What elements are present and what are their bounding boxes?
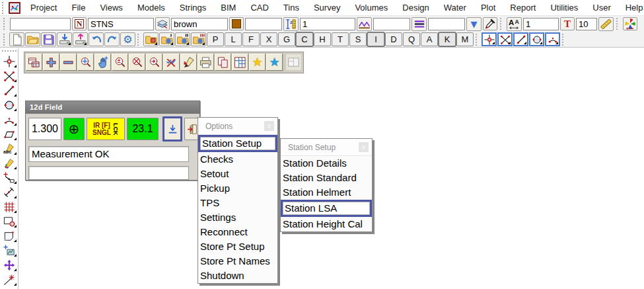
create-intersection-button[interactable]	[1, 69, 18, 83]
colour-input[interactable]	[171, 18, 228, 30]
options-button[interactable]	[162, 116, 182, 142]
target-height-button[interactable]: 1.300	[28, 118, 61, 140]
measure-button[interactable]	[1, 185, 18, 200]
options-close-button[interactable]: x	[264, 121, 274, 131]
toolbar3-grip[interactable]	[3, 34, 7, 46]
menu-item-store-pt-names[interactable]: Store Pt Names	[198, 254, 277, 268]
new-file-button[interactable]	[9, 32, 24, 46]
point-snap-toggle[interactable]	[482, 32, 497, 46]
draw-mode-button[interactable]	[180, 54, 197, 71]
zoom-mode-button[interactable]: ±	[112, 54, 128, 71]
letter-button-x[interactable]: X	[260, 32, 277, 46]
zoom-centre-button[interactable]	[129, 54, 145, 71]
settings-button[interactable]: ⚙	[120, 32, 135, 46]
toolbar2-grip[interactable]	[3, 18, 7, 30]
menu-plot[interactable]: Plot	[474, 0, 503, 16]
menu-item-checks[interactable]: Checks	[198, 152, 277, 167]
z-height-button[interactable]: z	[283, 17, 299, 31]
view-grid-button[interactable]	[232, 54, 248, 71]
entry-field[interactable]	[28, 166, 189, 180]
menu-item-station-helmert[interactable]: Station Helmert	[281, 185, 372, 200]
menu-item-pickup[interactable]: Pickup	[198, 181, 277, 196]
create-arc-button[interactable]	[1, 112, 18, 127]
menu-cad[interactable]: CAD	[243, 0, 275, 16]
menu-file[interactable]: File	[64, 0, 92, 16]
create-rectangle-button[interactable]	[1, 127, 18, 142]
textstyle-mode-button[interactable]: A A	[507, 17, 522, 31]
paste-point-button[interactable]	[1, 171, 18, 185]
view-save-button[interactable]	[26, 54, 42, 71]
menu-item-settings[interactable]: Settings	[198, 210, 277, 225]
menu-water[interactable]: Water	[437, 0, 474, 16]
insert-image-button[interactable]	[1, 243, 18, 258]
menu-item-reconnect[interactable]: Reconnect	[198, 225, 277, 239]
menu-project[interactable]: Project	[23, 0, 64, 16]
letter-button-l[interactable]: L	[225, 32, 242, 46]
menu-item-station-details[interactable]: Station Details	[281, 156, 372, 171]
cad-text-input[interactable]	[10, 18, 71, 30]
menu-item-tps[interactable]: TPS	[198, 196, 277, 210]
run-macro-2-button[interactable]	[175, 32, 190, 46]
menu-models[interactable]: Models	[130, 0, 172, 16]
menu-item-station-setup[interactable]: Station Setup	[198, 135, 277, 152]
redo-button[interactable]	[104, 32, 120, 46]
menu-tins[interactable]: Tins	[276, 0, 306, 16]
letter-button-m[interactable]: M	[456, 32, 474, 46]
menu-views[interactable]: Views	[92, 0, 129, 16]
project-models-button[interactable]	[143, 32, 159, 46]
letter-button-d[interactable]: D	[385, 32, 402, 46]
dropdown-button[interactable]: ▼	[466, 17, 482, 31]
height-input[interactable]	[245, 18, 282, 30]
colour-swatch-button[interactable]	[229, 17, 244, 30]
run-macro-1-button[interactable]	[159, 32, 174, 46]
eyedropper-button[interactable]	[483, 17, 497, 30]
arc-snap-toggle[interactable]	[545, 32, 560, 46]
model-chooser-button[interactable]	[155, 17, 170, 30]
options-menu-titlebar[interactable]: Options x	[198, 118, 277, 135]
linestyle-input[interactable]	[373, 18, 410, 30]
symbol-button[interactable]	[623, 17, 637, 30]
station-menu-titlebar[interactable]: Station Setup x	[281, 139, 372, 156]
fit-view-button[interactable]	[77, 54, 94, 71]
menubar-grip[interactable]	[2, 2, 5, 14]
circle-snap-toggle[interactable]	[529, 32, 544, 46]
model-name-input[interactable]	[88, 18, 154, 30]
plot-button[interactable]	[197, 54, 214, 71]
save-button[interactable]	[41, 32, 56, 46]
create-circle-button[interactable]	[1, 98, 18, 112]
redraw-button[interactable]	[163, 54, 180, 71]
letter-button-k[interactable]: K	[439, 32, 456, 46]
textsize-input[interactable]	[576, 18, 597, 30]
letter-button-s[interactable]: S	[349, 32, 367, 46]
layout-button[interactable]	[285, 54, 302, 71]
letter-button-t[interactable]: T	[332, 32, 349, 46]
export-button[interactable]	[73, 32, 88, 46]
menu-volumes[interactable]: Volumes	[347, 0, 395, 16]
pan-button[interactable]	[94, 54, 111, 71]
menu-item-setout[interactable]: Setout	[198, 167, 277, 181]
weight-input[interactable]	[428, 18, 465, 30]
letter-button-h[interactable]: H	[314, 32, 331, 46]
linestyle-button[interactable]	[411, 17, 427, 31]
menu-report[interactable]: Report	[503, 0, 543, 16]
ruler-button[interactable]	[598, 17, 614, 31]
letter-button-p[interactable]: P	[207, 32, 224, 46]
create-text-button[interactable]: abc	[1, 142, 18, 156]
field-panel-title[interactable]: 12d Field	[26, 101, 199, 114]
letter-button-q[interactable]: Q	[403, 32, 420, 46]
menu-utilities[interactable]: Utilities	[543, 0, 585, 16]
zoom-out-button[interactable]	[60, 54, 77, 71]
move-button[interactable]	[1, 258, 18, 272]
menu-item-shutdown[interactable]: Shutdown	[198, 268, 277, 283]
cad-toolbar-grip[interactable]	[2, 50, 17, 53]
append-string-button[interactable]	[1, 272, 18, 287]
textstyle-input[interactable]	[523, 18, 559, 30]
chainage-button[interactable]	[357, 17, 372, 31]
menu-bim[interactable]: BIM	[213, 0, 243, 16]
run-macro-3-button[interactable]	[191, 32, 206, 46]
menu-help[interactable]: Help	[618, 0, 644, 16]
letter-button-c[interactable]: C	[296, 32, 313, 46]
import-button[interactable]	[57, 32, 72, 46]
measure-mode-button[interactable]: IR [F] SNGL LCK	[87, 118, 125, 140]
edit-pencil-button[interactable]	[1, 156, 18, 171]
